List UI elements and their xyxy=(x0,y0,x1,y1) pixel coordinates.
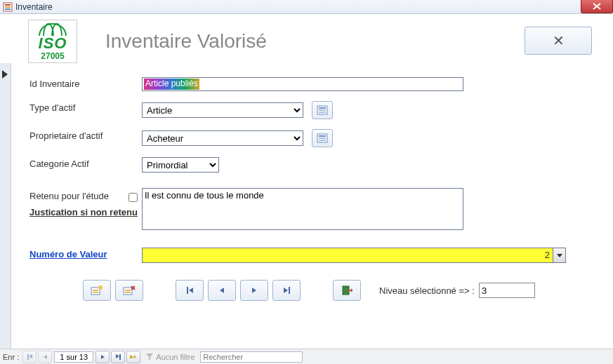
new-record-icon xyxy=(91,285,103,295)
svg-rect-14 xyxy=(93,292,98,293)
svg-rect-13 xyxy=(93,290,98,291)
svg-rect-9 xyxy=(319,135,326,137)
proprietaire-actif-label: Proprietaire d'actif xyxy=(29,129,142,141)
recnav-prev-button[interactable] xyxy=(38,351,52,363)
logo-number: 27005 xyxy=(41,51,64,61)
categorie-actif-select[interactable]: Primordial xyxy=(142,157,219,173)
recnav-new-button[interactable]: ✶ xyxy=(126,351,140,363)
retenu-label: Retenu pour l'étude xyxy=(29,191,109,201)
prev-record-button[interactable] xyxy=(208,280,236,301)
form-icon xyxy=(3,2,13,12)
last-record-button[interactable] xyxy=(272,280,301,301)
type-actif-label: Type d'actif xyxy=(29,101,142,113)
recnav-filter[interactable]: Aucun filtre xyxy=(145,353,195,361)
next-record-button[interactable] xyxy=(240,280,268,301)
form-body: Id Inventaire Article publiés Type d'act… xyxy=(11,63,613,349)
type-actif-lookup-button[interactable] xyxy=(312,101,333,119)
close-icon: ✕ xyxy=(553,32,565,49)
svg-rect-3 xyxy=(5,8,11,10)
window-close-button[interactable] xyxy=(581,0,613,13)
niveau-label: Niveau sélectionné => : xyxy=(379,285,475,296)
delete-record-button[interactable] xyxy=(115,280,143,301)
recnav-filter-label: Aucun filtre xyxy=(156,353,195,361)
proprietaire-actif-select[interactable]: Acheteur xyxy=(142,130,303,146)
svg-rect-17 xyxy=(125,290,131,291)
numero-valeur-link[interactable]: Numéro de Valeur xyxy=(29,248,142,259)
recnav-search-field[interactable] xyxy=(200,351,303,363)
page-title: Inventaire Valorisé xyxy=(105,30,267,53)
logo-iso-text: ISO xyxy=(39,36,67,51)
description-textarea[interactable]: Il est connu de tous le monde xyxy=(142,188,463,230)
svg-rect-1 xyxy=(5,4,11,6)
delete-record-icon xyxy=(123,285,136,295)
retenu-checkbox[interactable] xyxy=(128,193,138,202)
type-actif-select[interactable]: Article xyxy=(142,102,303,118)
svg-rect-18 xyxy=(125,292,131,293)
id-inventaire-value: Article publiés xyxy=(144,79,199,90)
categorie-actif-label: Categorie Actif xyxy=(29,157,142,169)
exit-icon xyxy=(341,285,352,295)
form-icon xyxy=(317,105,328,115)
proprietaire-actif-lookup-button[interactable] xyxy=(312,129,333,147)
svg-rect-2 xyxy=(5,6,11,8)
window-titlebar: Inventaire xyxy=(0,0,613,14)
svg-rect-11 xyxy=(319,140,326,141)
svg-rect-7 xyxy=(319,112,326,113)
svg-point-15 xyxy=(98,285,103,290)
iso-logo: ISO 27005 xyxy=(28,20,77,63)
svg-rect-16 xyxy=(124,288,132,295)
record-selector[interactable] xyxy=(0,63,11,349)
form-icon xyxy=(317,133,328,143)
svg-rect-10 xyxy=(319,137,326,139)
numero-valeur-dropdown-button[interactable] xyxy=(553,248,566,263)
current-record-marker-icon xyxy=(2,70,8,79)
filter-icon xyxy=(145,353,154,361)
new-record-button[interactable] xyxy=(83,280,111,301)
window-title: Inventaire xyxy=(15,2,53,12)
recnav-next-button[interactable] xyxy=(95,351,110,363)
numero-valeur-field[interactable]: 2 xyxy=(142,248,553,263)
close-form-button[interactable]: ✕ xyxy=(525,27,592,55)
record-navigator: Enr : ✶ Aucun filtre xyxy=(0,349,613,364)
recnav-last-button[interactable] xyxy=(111,351,125,363)
recnav-first-button[interactable] xyxy=(22,351,37,363)
retenu-column: Retenu pour l'étude Justication si non r… xyxy=(29,188,142,217)
recnav-position-field[interactable] xyxy=(54,351,93,363)
justification-label: Justication si non retenu xyxy=(29,207,142,217)
first-record-button[interactable] xyxy=(176,280,204,301)
exit-button[interactable] xyxy=(333,280,361,301)
form-header: ISO 27005 Inventaire Valorisé ✕ xyxy=(0,14,613,67)
form-actions: Niveau sélectionné => : xyxy=(29,280,599,301)
recnav-label: Enr : xyxy=(0,353,22,361)
niveau-field[interactable] xyxy=(479,283,535,298)
svg-rect-6 xyxy=(319,109,326,111)
id-inventaire-label: Id Inventaire xyxy=(29,77,142,89)
svg-rect-12 xyxy=(91,288,100,295)
id-inventaire-field[interactable]: Article publiés xyxy=(142,77,463,91)
svg-rect-5 xyxy=(319,107,326,109)
